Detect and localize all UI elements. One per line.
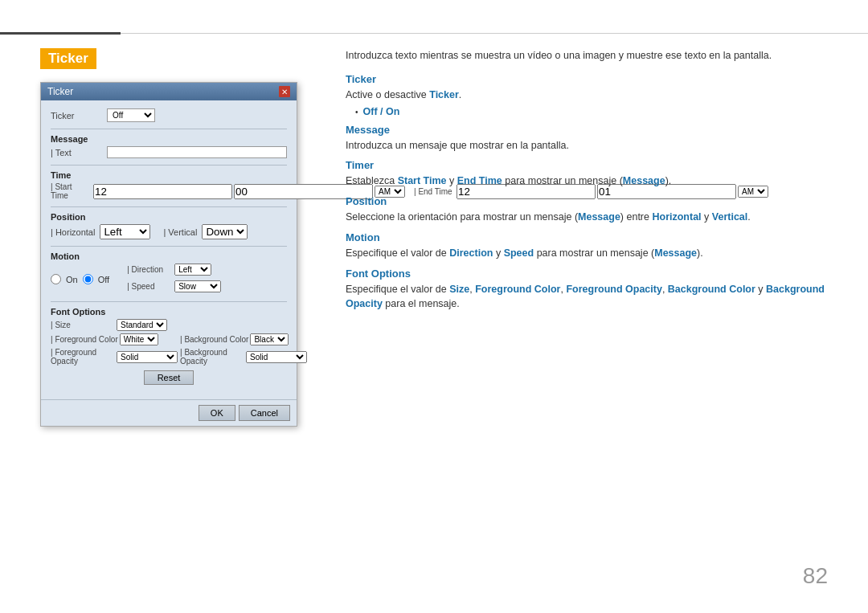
body-motion: Especifique el valor de Direction y Spee… bbox=[346, 246, 828, 261]
dialog-title: Ticker bbox=[47, 86, 73, 97]
ticker-field-label: Ticker bbox=[51, 111, 107, 121]
dialog-close-button[interactable]: ✕ bbox=[279, 86, 290, 97]
heading-position: Position bbox=[346, 195, 828, 207]
ticker-dialog: Ticker ✕ Ticker Off On Message | bbox=[40, 82, 297, 427]
start-hour-input[interactable] bbox=[93, 184, 232, 199]
direction-row: | Direction Left Right bbox=[127, 264, 221, 276]
heading-motion: Motion bbox=[346, 231, 828, 243]
motion-radio-row: On Off | Direction Left Right | Speed bbox=[51, 264, 287, 295]
motion-on-label: On bbox=[66, 275, 78, 284]
section-message: Message Introduzca un mensaje que mostra… bbox=[346, 124, 828, 153]
position-section: Position | Horizontal Left Center Right … bbox=[51, 212, 287, 239]
ticker-row: Ticker Off On bbox=[51, 108, 287, 122]
message-section: Message | Text bbox=[51, 134, 287, 158]
fg-color-label: | Foreground Color bbox=[51, 335, 118, 344]
bg-color-select[interactable]: Black White bbox=[250, 333, 289, 345]
font-options-label: Font Options bbox=[51, 307, 287, 317]
ticker-select[interactable]: Off On bbox=[107, 108, 155, 122]
time-section-label: Time bbox=[51, 170, 287, 180]
motion-off-radio[interactable] bbox=[83, 274, 93, 284]
direction-select[interactable]: Left Right bbox=[174, 264, 211, 276]
heading-timer: Timer bbox=[346, 159, 828, 171]
body-position: Seleccione la orientación para mostrar u… bbox=[346, 210, 828, 225]
vertical-label: | Vertical bbox=[163, 227, 197, 237]
highlight-message-motion: Message bbox=[654, 247, 697, 259]
divider-5 bbox=[51, 301, 287, 302]
section-font-options: Font Options Especifique el valor de Siz… bbox=[346, 268, 828, 313]
time-row: | Start Time AM PM | End Time bbox=[51, 182, 287, 200]
fg-opacity-select[interactable]: Solid Transparent bbox=[117, 351, 178, 363]
highlight-start-time: Start Time bbox=[398, 175, 447, 186]
reset-button[interactable]: Reset bbox=[144, 370, 194, 385]
horizontal-select[interactable]: Left Center Right bbox=[100, 224, 150, 239]
highlight-size: Size bbox=[449, 284, 469, 295]
font-options-grid: | Size Standard Large Small | Foreground… bbox=[51, 319, 287, 366]
position-row: | Horizontal Left Center Right | Vertica… bbox=[51, 224, 287, 239]
size-select[interactable]: Standard Large Small bbox=[117, 319, 167, 331]
divider-3 bbox=[51, 206, 287, 207]
start-time-label: | Start Time bbox=[51, 182, 91, 200]
bullet-ticker-text: Off / On bbox=[363, 106, 400, 117]
horizontal-label: | Horizontal bbox=[51, 227, 95, 237]
motion-off-label: Off bbox=[98, 275, 109, 284]
font-options-section: Font Options | Size Standard Large Small… bbox=[51, 307, 287, 385]
body-timer: Establezca Start Time y End Time para mo… bbox=[346, 174, 828, 189]
section-timer: Timer Establezca Start Time y End Time p… bbox=[346, 159, 828, 189]
fg-opacity-label: | Foreground Opacity bbox=[51, 348, 115, 366]
highlight-direction: Direction bbox=[449, 247, 493, 259]
message-text-row: | Text bbox=[51, 146, 287, 158]
fg-color-select[interactable]: White Black Red bbox=[120, 333, 158, 345]
speed-select[interactable]: Slow Medium Fast bbox=[174, 280, 221, 292]
motion-section: Motion On Off | Direction Left Right bbox=[51, 251, 287, 295]
ok-button[interactable]: OK bbox=[199, 405, 235, 421]
size-row: | Size Standard Large Small bbox=[51, 319, 178, 331]
bg-opacity-select[interactable]: Solid Transparent bbox=[246, 351, 307, 363]
divider-2 bbox=[51, 165, 287, 166]
dialog-footer: OK Cancel bbox=[41, 399, 297, 426]
cancel-button[interactable]: Cancel bbox=[239, 405, 290, 421]
thin-line bbox=[121, 33, 868, 34]
heading-font-options: Font Options bbox=[346, 268, 828, 280]
position-section-label: Position bbox=[51, 212, 287, 222]
fg-color-row: | Foreground Color White Black Red bbox=[51, 333, 178, 345]
highlight-speed: Speed bbox=[504, 247, 534, 259]
message-text-label: | Text bbox=[51, 148, 107, 157]
speed-row: | Speed Slow Medium Fast bbox=[127, 280, 221, 292]
right-column: Introduzca texto mientras se muestra un … bbox=[346, 48, 828, 315]
highlight-fg-color: Foreground Color bbox=[475, 284, 560, 295]
vertical-select[interactable]: Down Up bbox=[202, 224, 248, 239]
body-ticker: Active o desactive Ticker. bbox=[346, 88, 828, 103]
body-font-options: Especifique el valor de Size, Foreground… bbox=[346, 282, 828, 313]
intro-text: Introduzca texto mientras se muestra un … bbox=[346, 48, 828, 63]
bullet-ticker: • Off / On bbox=[355, 106, 828, 117]
highlight-horizontal: Horizontal bbox=[652, 211, 701, 223]
time-section: Time | Start Time AM PM | End Time bbox=[51, 170, 287, 200]
ticker-section: Ticker Off On bbox=[51, 108, 287, 122]
bg-opacity-row: | Background Opacity Solid Transparent bbox=[180, 348, 307, 366]
direction-label: | Direction bbox=[127, 265, 171, 274]
heading-ticker: Ticker bbox=[346, 73, 828, 85]
fg-opacity-row: | Foreground Opacity Solid Transparent bbox=[51, 348, 178, 366]
ticker-badge: Ticker bbox=[40, 48, 96, 69]
message-text-input[interactable] bbox=[107, 146, 287, 158]
section-motion: Motion Especifique el valor de Direction… bbox=[346, 231, 828, 261]
left-column: Ticker Ticker ✕ Ticker Off On bbox=[40, 48, 330, 427]
dialog-titlebar: Ticker ✕ bbox=[41, 83, 297, 100]
speed-label: | Speed bbox=[127, 282, 171, 291]
top-lines bbox=[0, 32, 868, 35]
divider-4 bbox=[51, 246, 287, 247]
message-section-label: Message bbox=[51, 134, 287, 144]
bg-opacity-label: | Background Opacity bbox=[180, 348, 244, 366]
body-message: Introduzca un mensaje que mostrar en la … bbox=[346, 138, 828, 153]
page-number: 82 bbox=[803, 563, 828, 589]
section-position: Position Seleccione la orientación para … bbox=[346, 195, 828, 225]
highlight-bg-color: Background Color bbox=[668, 284, 755, 295]
highlight-ticker: Ticker bbox=[429, 89, 459, 100]
motion-section-label: Motion bbox=[51, 251, 287, 261]
bg-color-label: | Background Color bbox=[180, 335, 248, 344]
bg-color-row: | Background Color Black White bbox=[180, 333, 307, 345]
divider-1 bbox=[51, 129, 287, 129]
motion-on-radio[interactable] bbox=[51, 274, 61, 284]
heading-message: Message bbox=[346, 124, 828, 136]
section-ticker: Ticker Active o desactive Ticker. • Off … bbox=[346, 73, 828, 117]
